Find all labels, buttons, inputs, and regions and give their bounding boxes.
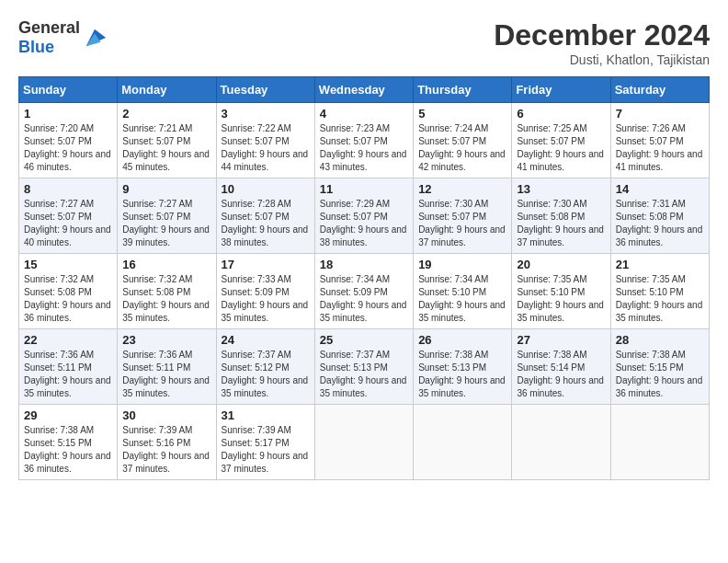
col-sunday: Sunday xyxy=(19,77,118,103)
day-info: Sunrise: 7:32 AM Sunset: 5:08 PM Dayligh… xyxy=(122,274,210,323)
day-info: Sunrise: 7:39 AM Sunset: 5:17 PM Dayligh… xyxy=(222,425,309,474)
table-row: 2 Sunrise: 7:21 AM Sunset: 5:07 PM Dayli… xyxy=(118,103,216,178)
table-row xyxy=(414,405,512,480)
table-row: 11 Sunrise: 7:29 AM Sunset: 5:07 PM Dayl… xyxy=(314,178,413,254)
table-row: 15 Sunrise: 7:32 AM Sunset: 5:08 PM Dayl… xyxy=(19,254,118,329)
day-number: 24 xyxy=(222,333,310,347)
table-row: 3 Sunrise: 7:22 AM Sunset: 5:07 PM Dayli… xyxy=(216,103,314,178)
week-row-1: 1 Sunrise: 7:20 AM Sunset: 5:07 PM Dayli… xyxy=(19,103,710,178)
day-info: Sunrise: 7:36 AM Sunset: 5:11 PM Dayligh… xyxy=(122,350,210,398)
logo-general-label: General xyxy=(18,18,80,37)
table-row: 31 Sunrise: 7:39 AM Sunset: 5:17 PM Dayl… xyxy=(216,405,314,480)
table-row: 19 Sunrise: 7:34 AM Sunset: 5:10 PM Dayl… xyxy=(414,254,512,329)
table-row: 26 Sunrise: 7:38 AM Sunset: 5:13 PM Dayl… xyxy=(414,329,512,405)
table-row: 9 Sunrise: 7:27 AM Sunset: 5:07 PM Dayli… xyxy=(118,178,216,254)
day-number: 29 xyxy=(24,408,112,422)
col-thursday: Thursday xyxy=(414,77,512,103)
day-info: Sunrise: 7:27 AM Sunset: 5:07 PM Dayligh… xyxy=(122,199,210,247)
day-info: Sunrise: 7:29 AM Sunset: 5:07 PM Dayligh… xyxy=(320,199,407,247)
day-number: 19 xyxy=(418,258,506,271)
table-row: 13 Sunrise: 7:30 AM Sunset: 5:08 PM Dayl… xyxy=(512,178,610,254)
title-area: December 2024 Dusti, Khatlon, Tajikistan xyxy=(494,18,710,67)
day-info: Sunrise: 7:38 AM Sunset: 5:13 PM Dayligh… xyxy=(418,350,506,398)
calendar-table: Sunday Monday Tuesday Wednesday Thursday… xyxy=(18,76,710,480)
table-row: 18 Sunrise: 7:34 AM Sunset: 5:09 PM Dayl… xyxy=(314,254,413,329)
logo: General Blue xyxy=(18,18,108,57)
day-number: 6 xyxy=(517,107,605,121)
table-row: 17 Sunrise: 7:33 AM Sunset: 5:09 PM Dayl… xyxy=(216,254,314,329)
day-number: 16 xyxy=(122,258,210,271)
table-row: 30 Sunrise: 7:39 AM Sunset: 5:16 PM Dayl… xyxy=(118,405,216,480)
day-number: 28 xyxy=(616,333,704,347)
table-row: 4 Sunrise: 7:23 AM Sunset: 5:07 PM Dayli… xyxy=(314,103,413,178)
col-tuesday: Tuesday xyxy=(216,77,314,103)
day-number: 31 xyxy=(222,408,310,422)
day-info: Sunrise: 7:34 AM Sunset: 5:09 PM Dayligh… xyxy=(320,274,407,323)
day-info: Sunrise: 7:30 AM Sunset: 5:07 PM Dayligh… xyxy=(418,199,506,247)
day-info: Sunrise: 7:35 AM Sunset: 5:10 PM Dayligh… xyxy=(517,274,604,323)
day-info: Sunrise: 7:32 AM Sunset: 5:08 PM Dayligh… xyxy=(24,274,111,323)
table-row: 16 Sunrise: 7:32 AM Sunset: 5:08 PM Dayl… xyxy=(118,254,216,329)
day-number: 1 xyxy=(24,107,112,121)
day-number: 27 xyxy=(517,333,605,347)
table-row: 21 Sunrise: 7:35 AM Sunset: 5:10 PM Dayl… xyxy=(610,254,709,329)
day-number: 3 xyxy=(222,107,310,121)
day-number: 5 xyxy=(418,107,506,121)
day-info: Sunrise: 7:39 AM Sunset: 5:16 PM Dayligh… xyxy=(122,425,210,474)
day-number: 21 xyxy=(616,258,704,271)
day-info: Sunrise: 7:23 AM Sunset: 5:07 PM Dayligh… xyxy=(320,123,407,172)
day-info: Sunrise: 7:30 AM Sunset: 5:08 PM Dayligh… xyxy=(517,199,604,247)
day-number: 7 xyxy=(616,107,704,121)
day-number: 11 xyxy=(320,182,408,196)
day-info: Sunrise: 7:35 AM Sunset: 5:10 PM Dayligh… xyxy=(616,274,703,323)
day-number: 14 xyxy=(616,182,704,196)
day-number: 26 xyxy=(418,333,506,347)
table-row: 24 Sunrise: 7:37 AM Sunset: 5:12 PM Dayl… xyxy=(216,329,314,405)
col-monday: Monday xyxy=(118,77,216,103)
day-number: 17 xyxy=(222,258,310,271)
day-info: Sunrise: 7:25 AM Sunset: 5:07 PM Dayligh… xyxy=(517,123,604,172)
day-number: 15 xyxy=(24,258,112,271)
header: General Blue December 2024 Dusti, Khatlo… xyxy=(18,18,710,67)
table-row: 10 Sunrise: 7:28 AM Sunset: 5:07 PM Dayl… xyxy=(216,178,314,254)
week-row-4: 22 Sunrise: 7:36 AM Sunset: 5:11 PM Dayl… xyxy=(19,329,710,405)
day-info: Sunrise: 7:31 AM Sunset: 5:08 PM Dayligh… xyxy=(616,199,703,247)
logo-icon xyxy=(82,25,108,51)
table-row: 22 Sunrise: 7:36 AM Sunset: 5:11 PM Dayl… xyxy=(19,329,118,405)
table-row: 14 Sunrise: 7:31 AM Sunset: 5:08 PM Dayl… xyxy=(610,178,709,254)
day-number: 20 xyxy=(517,258,605,271)
day-info: Sunrise: 7:27 AM Sunset: 5:07 PM Dayligh… xyxy=(24,199,111,247)
table-row: 7 Sunrise: 7:26 AM Sunset: 5:07 PM Dayli… xyxy=(610,103,709,178)
week-row-3: 15 Sunrise: 7:32 AM Sunset: 5:08 PM Dayl… xyxy=(19,254,710,329)
day-info: Sunrise: 7:37 AM Sunset: 5:12 PM Dayligh… xyxy=(222,350,309,398)
day-info: Sunrise: 7:20 AM Sunset: 5:07 PM Dayligh… xyxy=(24,123,111,172)
table-row: 23 Sunrise: 7:36 AM Sunset: 5:11 PM Dayl… xyxy=(118,329,216,405)
day-number: 4 xyxy=(320,107,408,121)
day-info: Sunrise: 7:24 AM Sunset: 5:07 PM Dayligh… xyxy=(418,123,506,172)
logo-general-text: General Blue xyxy=(18,18,80,57)
day-number: 30 xyxy=(122,408,210,422)
week-row-5: 29 Sunrise: 7:38 AM Sunset: 5:15 PM Dayl… xyxy=(19,405,710,480)
table-row: 8 Sunrise: 7:27 AM Sunset: 5:07 PM Dayli… xyxy=(19,178,118,254)
col-wednesday: Wednesday xyxy=(314,77,413,103)
table-row xyxy=(314,405,413,480)
day-number: 12 xyxy=(418,182,506,196)
table-row: 12 Sunrise: 7:30 AM Sunset: 5:07 PM Dayl… xyxy=(414,178,512,254)
table-row: 6 Sunrise: 7:25 AM Sunset: 5:07 PM Dayli… xyxy=(512,103,610,178)
week-row-2: 8 Sunrise: 7:27 AM Sunset: 5:07 PM Dayli… xyxy=(19,178,710,254)
day-number: 25 xyxy=(320,333,408,347)
day-info: Sunrise: 7:38 AM Sunset: 5:14 PM Dayligh… xyxy=(517,350,604,398)
table-row: 27 Sunrise: 7:38 AM Sunset: 5:14 PM Dayl… xyxy=(512,329,610,405)
day-number: 22 xyxy=(24,333,112,347)
day-info: Sunrise: 7:26 AM Sunset: 5:07 PM Dayligh… xyxy=(616,123,703,172)
day-number: 2 xyxy=(122,107,210,121)
day-info: Sunrise: 7:38 AM Sunset: 5:15 PM Dayligh… xyxy=(616,350,703,398)
table-row xyxy=(610,405,709,480)
day-number: 23 xyxy=(122,333,210,347)
table-row: 1 Sunrise: 7:20 AM Sunset: 5:07 PM Dayli… xyxy=(19,103,118,178)
day-number: 13 xyxy=(517,182,605,196)
location: Dusti, Khatlon, Tajikistan xyxy=(494,52,710,67)
day-info: Sunrise: 7:34 AM Sunset: 5:10 PM Dayligh… xyxy=(418,274,506,323)
day-number: 18 xyxy=(320,258,408,271)
col-saturday: Saturday xyxy=(610,77,709,103)
